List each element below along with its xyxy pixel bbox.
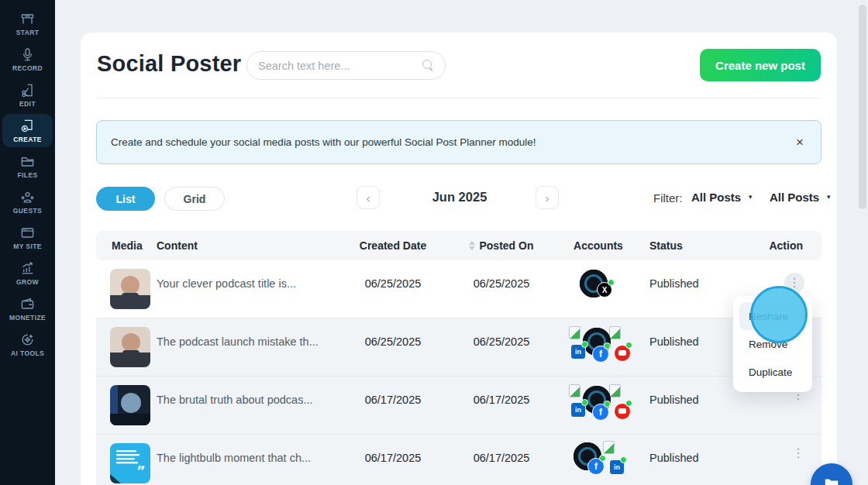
status-dot bbox=[625, 342, 632, 349]
filter-dropdown-2[interactable]: All Posts ▼ bbox=[770, 191, 832, 204]
column-header-accounts: Accounts bbox=[552, 239, 645, 252]
wallet-icon bbox=[20, 297, 35, 311]
stage-icon bbox=[20, 12, 35, 26]
next-month-button[interactable]: › bbox=[536, 186, 559, 209]
status-dot bbox=[604, 401, 611, 408]
sidebar-item-record[interactable]: RECORD bbox=[0, 42, 55, 77]
month-label: Jun 2025 bbox=[405, 190, 514, 205]
sidebar-item-label: START bbox=[16, 29, 40, 36]
posted-date: 06/17/2025 bbox=[451, 377, 552, 434]
filter-dropdown-1[interactable]: All Posts ▼ bbox=[691, 191, 753, 204]
scrollbar-thumb[interactable] bbox=[859, 5, 866, 209]
post-content[interactable]: The podcast launch mistake th... bbox=[157, 318, 335, 376]
created-date: 06/17/2025 bbox=[335, 377, 451, 434]
click-indicator-circle bbox=[750, 286, 808, 343]
account-icons: f in bbox=[555, 441, 642, 483]
post-content[interactable]: Your clever podcast title is... bbox=[157, 260, 335, 318]
sidebar-item-ai-tools[interactable]: AI TOOLS bbox=[0, 327, 55, 362]
post-thumbnail[interactable] bbox=[110, 385, 150, 425]
column-header-created-date: Created Date bbox=[335, 239, 451, 252]
sidebar-item-label: MONETIZE bbox=[9, 314, 46, 322]
sidebar-item-label: AI TOOLS bbox=[11, 349, 44, 357]
posted-date: 06/17/2025 bbox=[451, 435, 552, 485]
thumbnail-image-man-blue bbox=[110, 385, 150, 425]
sidebar-item-files[interactable]: FILES bbox=[0, 149, 55, 184]
page-icon bbox=[603, 441, 615, 454]
thumbnail-image-man bbox=[110, 269, 150, 309]
sidebar-item-monetize[interactable]: MONETIZE bbox=[0, 291, 55, 326]
sidebar-item-label: GROW bbox=[16, 278, 39, 286]
status-dot bbox=[581, 399, 588, 406]
filter-label: Filter: bbox=[653, 191, 683, 205]
view-toggle-list[interactable]: List bbox=[96, 187, 155, 211]
row-actions-kebab-icon[interactable]: ⋮ bbox=[792, 447, 804, 459]
view-toggle-grid[interactable]: Grid bbox=[164, 187, 225, 211]
sidebar-item-label: CREATE bbox=[13, 136, 42, 143]
created-date: 06/25/2025 bbox=[335, 318, 451, 376]
post-content[interactable]: The lightbulb moment that ch... bbox=[157, 435, 335, 485]
search-input[interactable]: Search text here... bbox=[246, 51, 446, 80]
created-date: 06/25/2025 bbox=[335, 260, 451, 318]
growth-icon bbox=[20, 261, 35, 276]
thumbnail-image-quote-card: ” bbox=[110, 443, 150, 483]
status-label: Published bbox=[645, 435, 761, 485]
sidebar-item-edit[interactable]: EDIT bbox=[0, 77, 55, 112]
status-dot bbox=[599, 455, 606, 462]
status-dot bbox=[581, 341, 588, 348]
sidebar-item-label: FILES bbox=[17, 171, 37, 179]
guests-icon bbox=[20, 190, 35, 205]
edit-icon bbox=[20, 83, 35, 98]
create-icon bbox=[20, 119, 35, 133]
info-banner-text: Create and schedule your social media po… bbox=[111, 136, 796, 148]
sidebar-item-label: EDIT bbox=[19, 100, 36, 108]
previous-month-button[interactable]: ‹ bbox=[356, 186, 380, 209]
account-icons: in f bbox=[555, 383, 642, 425]
page-icon bbox=[609, 326, 621, 339]
microphone-icon bbox=[20, 47, 35, 62]
chevron-down-icon: ▼ bbox=[825, 194, 832, 201]
search-placeholder: Search text here... bbox=[258, 60, 422, 72]
column-header-posted-on[interactable]: Posted On bbox=[451, 239, 552, 252]
post-thumbnail[interactable] bbox=[110, 269, 150, 309]
thumbnail-image-man bbox=[110, 327, 150, 367]
info-banner: Create and schedule your social media po… bbox=[96, 120, 822, 164]
sidebar: START RECORD EDIT CREATE FILES GUESTS MY… bbox=[0, 0, 55, 485]
sidebar-item-label: RECORD bbox=[12, 64, 43, 72]
page-icon bbox=[609, 384, 621, 397]
post-content[interactable]: The brutal truth about podcas... bbox=[157, 377, 335, 434]
filter-dropdown-2-value: All Posts bbox=[770, 191, 819, 204]
posted-date: 06/25/2025 bbox=[451, 260, 552, 318]
table-row: Your clever podcast title is... 06/25/20… bbox=[96, 260, 822, 318]
account-icons: X bbox=[555, 267, 642, 308]
column-header-status: Status bbox=[645, 239, 761, 252]
sidebar-item-guests[interactable]: GUESTS bbox=[0, 184, 55, 219]
sidebar-item-create[interactable]: CREATE bbox=[0, 113, 55, 148]
posts-table: Media Content Created Date Posted On Acc… bbox=[96, 231, 822, 485]
create-new-post-button[interactable]: Create new post bbox=[700, 49, 821, 81]
sparkle-icon bbox=[20, 332, 35, 347]
post-thumbnail[interactable]: ” bbox=[110, 443, 150, 483]
folder-icon bbox=[20, 154, 35, 169]
sidebar-item-start[interactable]: START bbox=[0, 6, 55, 41]
menu-item-duplicate[interactable]: Duplicate bbox=[739, 358, 806, 386]
sidebar-item-grow[interactable]: GROW bbox=[0, 256, 55, 291]
header-divider bbox=[97, 98, 821, 98]
column-header-content: Content bbox=[157, 239, 335, 252]
status-dot bbox=[608, 279, 615, 286]
post-thumbnail[interactable] bbox=[110, 327, 150, 367]
created-date: 06/17/2025 bbox=[335, 435, 451, 485]
page-icon bbox=[569, 384, 580, 397]
posted-date: 06/25/2025 bbox=[451, 318, 552, 376]
page-title: Social Poster bbox=[97, 51, 241, 77]
status-dot bbox=[625, 400, 632, 407]
sidebar-item-my-site[interactable]: MY SITE bbox=[0, 220, 55, 255]
sort-icon[interactable] bbox=[469, 241, 475, 250]
close-icon[interactable]: × bbox=[796, 136, 804, 149]
table-row: ” The lightbulb moment that ch... 06/17/… bbox=[96, 435, 822, 485]
search-icon bbox=[422, 60, 434, 71]
sidebar-item-label: MY SITE bbox=[13, 242, 42, 250]
table-row: The brutal truth about podcas... 06/17/2… bbox=[96, 377, 822, 435]
column-header-media: Media bbox=[96, 239, 157, 252]
column-header-action: Action bbox=[761, 239, 822, 252]
table-header-row: Media Content Created Date Posted On Acc… bbox=[96, 231, 822, 260]
